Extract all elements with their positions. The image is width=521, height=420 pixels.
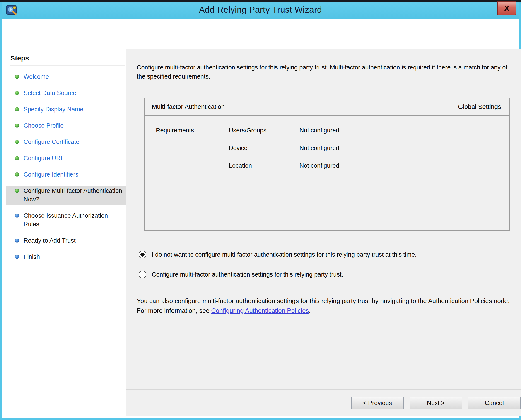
footnote-period: . [309,307,311,314]
radio-no-mfa[interactable]: I do not want to configure multi-factor … [139,250,520,259]
sidebar-step-select-data-source[interactable]: Select Data Source [6,88,126,98]
footnote: You can also configure multi-factor auth… [137,296,520,315]
close-button[interactable]: X [497,1,516,15]
requirements-label: Requirements [156,126,229,135]
cancel-button[interactable]: Cancel [468,397,521,409]
spacer-cell [156,162,229,170]
requirement-category: Device [229,144,299,152]
sidebar-step-choose-profile[interactable]: Choose Profile [6,120,126,131]
steps-heading: Steps [10,54,125,66]
radio-configure-mfa[interactable]: Configure multi-factor authentication se… [139,270,520,279]
spacer-cell [156,144,229,152]
sidebar-step-configure-mfa-now: Configure Multi-factor Authentication No… [6,186,126,205]
next-button[interactable]: Next > [410,397,462,409]
sidebar-step-choose-issuance-authorization-rules: Choose Issuance Authorization Rules [6,210,126,229]
mfa-requirements-table: Requirements Users/Groups Not configured… [145,116,509,170]
window-title: Add Relying Party Trust Wizard [2,5,519,15]
step-status-icon [15,140,19,144]
step-status-icon [15,172,19,177]
step-status-icon [15,107,19,111]
steps-sidebar: Steps Welcome Select Data Source Specify… [2,49,126,416]
sidebar-step-ready-to-add-trust: Ready to Add Trust [6,235,126,246]
mfa-settings-box: Multi-factor Authentication Global Setti… [144,98,510,231]
step-status-icon [15,91,19,95]
mfa-box-title: Multi-factor Authentication [152,103,225,110]
requirement-category: Location [229,162,299,170]
step-status-icon [15,189,19,193]
step-status-icon [15,156,19,160]
global-settings-label: Global Settings [458,103,501,110]
steps-list: Welcome Select Data Source Specify Displ… [6,72,126,262]
footnote-text: You can also configure multi-factor auth… [137,297,510,314]
step-status-icon [15,124,19,128]
wizard-page-content: Configure multi-factor authentication se… [126,49,521,416]
mfa-settings-box-header: Multi-factor Authentication Global Setti… [145,98,509,116]
step-status-icon [15,214,19,218]
step-status-icon [15,239,19,243]
radio-button-icon[interactable] [139,251,146,258]
sidebar-step-welcome[interactable]: Welcome [6,72,126,82]
requirement-category: Users/Groups [229,126,299,135]
step-status-icon [15,255,19,259]
sidebar-step-configure-certificate[interactable]: Configure Certificate [6,137,126,147]
sidebar-step-specify-display-name[interactable]: Specify Display Name [6,104,126,114]
requirement-value: Not configured [299,162,509,170]
titlebar: Add Relying Party Trust Wizard X [2,2,519,19]
radio-button-icon[interactable] [139,271,146,278]
sidebar-step-configure-identifiers[interactable]: Configure Identifiers [6,169,126,180]
sidebar-step-configure-url[interactable]: Configure URL [6,153,126,163]
page-description: Configure multi-factor authentication se… [137,63,513,81]
window-body: Steps Welcome Select Data Source Specify… [2,19,519,418]
requirement-value: Not configured [299,126,509,135]
previous-button[interactable]: < Previous [351,397,404,409]
sidebar-step-finish: Finish [6,252,126,262]
window-top-edge [0,0,521,2]
requirement-value: Not configured [299,144,509,152]
configuring-authentication-policies-link[interactable]: Configuring Authentication Policies [211,307,309,314]
wizard-button-bar: < Previous Next > Cancel [126,390,521,416]
wizard-window: Add Relying Party Trust Wizard X Steps W… [0,0,521,420]
step-status-icon [15,75,19,79]
